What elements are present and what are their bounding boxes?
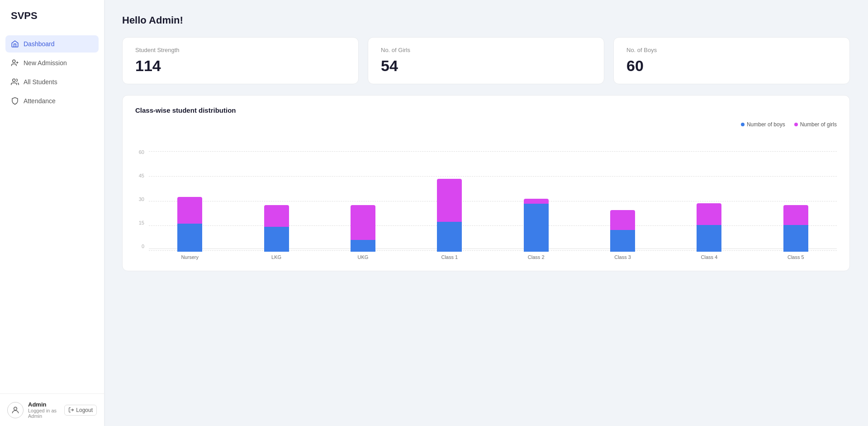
main-content: Hello Admin! Student Strength 114 No. of…: [104, 0, 868, 426]
stat-card: No. of Boys 60: [613, 37, 850, 84]
sidebar-item-label: New Admission: [24, 59, 67, 67]
bar-stack: [351, 205, 375, 252]
bar-boys: [177, 224, 202, 252]
bars-container: Nursery LKG UKG Class 1 Class 2 Class 3: [149, 151, 837, 260]
svg-point-0: [13, 60, 15, 62]
bars-inner: Nursery LKG UKG Class 1 Class 2 Class 3: [149, 160, 837, 260]
stat-cards: Student Strength 114 No. of Girls 54 No.…: [122, 37, 850, 84]
user-info: Admin Logged in as Admin: [28, 401, 60, 419]
stat-card: No. of Girls 54: [368, 37, 604, 84]
logout-button[interactable]: Logout: [64, 405, 97, 416]
bar-girls: [524, 199, 549, 204]
bar-girls: [351, 205, 375, 240]
bar-stack: [783, 205, 808, 252]
bar-group: Class 1: [413, 179, 486, 260]
bar-stack: [610, 210, 635, 252]
y-label: 30: [135, 196, 144, 202]
bar-label: LKG: [271, 254, 281, 260]
bar-boys: [264, 227, 289, 252]
stat-card: Student Strength 114: [122, 37, 359, 84]
attendance-icon: [11, 97, 19, 105]
legend-boys: Number of boys: [741, 121, 785, 128]
bar-stack: [264, 205, 289, 252]
sidebar: SVPS DashboardNew AdmissionAll StudentsA…: [0, 0, 104, 426]
chart-legend: Number of boys Number of girls: [135, 121, 837, 128]
bar-chart-area: 015304560 Nursery LKG UKG: [135, 133, 837, 260]
page-greeting: Hello Admin!: [122, 14, 850, 26]
bar-stack: [697, 203, 721, 252]
bar-boys: [524, 204, 549, 252]
y-label: 15: [135, 220, 144, 225]
stat-value: 60: [626, 57, 837, 75]
bar-group: UKG: [327, 205, 399, 260]
bar-label: Class 2: [528, 254, 545, 260]
svg-point-4: [14, 407, 17, 410]
stat-label: Student Strength: [135, 47, 346, 53]
stat-label: No. of Boys: [626, 47, 837, 53]
bar-label: Class 3: [614, 254, 631, 260]
svg-point-3: [13, 79, 15, 81]
dashboard-icon: [11, 40, 19, 48]
bar-group: Class 5: [759, 205, 832, 260]
bar-boys: [697, 225, 721, 252]
logout-icon: [68, 407, 74, 413]
stat-value: 114: [135, 57, 346, 75]
sidebar-item-attendance[interactable]: Attendance: [5, 92, 99, 110]
y-label: 60: [135, 149, 144, 155]
bar-boys: [351, 240, 375, 252]
bar-stack: [177, 197, 202, 252]
bar-label: Class 5: [787, 254, 804, 260]
new-admission-icon: [11, 59, 19, 67]
bar-girls: [437, 179, 462, 222]
bar-girls: [783, 205, 808, 225]
sidebar-item-label: Dashboard: [24, 40, 55, 48]
bar-label: Class 1: [441, 254, 458, 260]
all-students-icon: [11, 78, 19, 86]
sidebar-item-label: Attendance: [24, 97, 56, 105]
boys-dot: [741, 123, 745, 126]
sidebar-item-all-students[interactable]: All Students: [5, 73, 99, 91]
bar-boys: [437, 222, 462, 252]
bar-group: Nursery: [153, 197, 226, 260]
stat-value: 54: [381, 57, 591, 75]
user-name: Admin: [28, 401, 60, 408]
y-label: 45: [135, 173, 144, 178]
bar-boys: [783, 225, 808, 252]
bar-girls: [177, 197, 202, 224]
legend-girls: Number of girls: [794, 121, 837, 128]
bar-boys: [610, 230, 635, 252]
bar-label: Class 4: [701, 254, 718, 260]
chart-title: Class-wise student distribution: [135, 106, 837, 114]
avatar: [7, 402, 24, 418]
y-axis: 015304560: [135, 149, 144, 249]
bar-label: Nursery: [181, 254, 199, 260]
bar-group: Class 2: [500, 199, 573, 260]
bar-stack: [524, 199, 549, 252]
y-label: 0: [135, 244, 144, 249]
bar-girls: [610, 210, 635, 230]
grid-line: [149, 151, 837, 152]
stat-label: No. of Girls: [381, 47, 591, 53]
sidebar-item-dashboard[interactable]: Dashboard: [5, 35, 99, 53]
chart-card: Class-wise student distribution Number o…: [122, 95, 850, 271]
bar-label: UKG: [358, 254, 369, 260]
girls-dot: [794, 123, 798, 126]
bar-group: Class 4: [673, 203, 745, 260]
sidebar-footer: Admin Logged in as Admin Logout: [0, 393, 104, 426]
sidebar-item-label: All Students: [24, 78, 57, 86]
bar-group: Class 3: [586, 210, 659, 260]
app-logo: SVPS: [0, 0, 104, 32]
bar-group: LKG: [240, 205, 313, 260]
sidebar-nav: DashboardNew AdmissionAll StudentsAttend…: [0, 32, 104, 393]
bar-stack: [437, 179, 462, 252]
bar-girls: [264, 205, 289, 227]
sidebar-item-new-admission[interactable]: New Admission: [5, 54, 99, 72]
bar-girls: [697, 203, 721, 225]
user-role: Logged in as Admin: [28, 408, 60, 419]
